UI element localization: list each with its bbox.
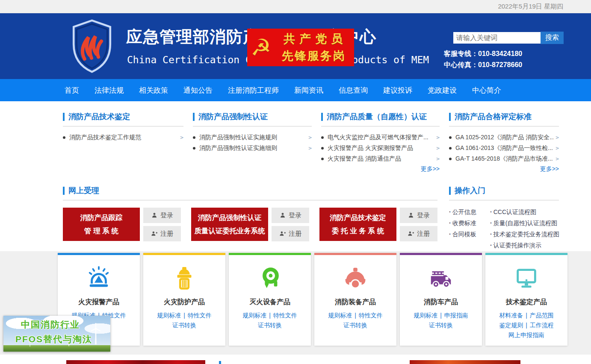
more-link[interactable]: 更多>> xyxy=(321,165,440,173)
register-button[interactable]: 注册 xyxy=(272,226,309,241)
product-card-links: 规则标准|特性文件证书转换 xyxy=(143,311,225,330)
list-item-text: 火灾报警产品 消防通信产品 xyxy=(328,155,434,163)
card-link[interactable]: 证书转换 xyxy=(172,322,196,329)
system-name-line2: 管 理 系 统 xyxy=(84,226,118,236)
system-banner[interactable]: 消防产品强制性认证质量认证委托业务系统 xyxy=(191,208,268,241)
quickstart-link[interactable]: 收费标准 xyxy=(449,217,490,229)
login-button[interactable]: 登录 xyxy=(272,208,309,223)
link-row: 鉴定规则|工作流程 xyxy=(485,320,567,330)
quickstart-link[interactable]: 公开信息 xyxy=(449,206,490,217)
more-link[interactable]: 更多>> xyxy=(449,165,559,173)
bullet-icon xyxy=(193,147,195,150)
online-section-title: 网上受理 xyxy=(68,185,99,196)
list-item-text: GA 1025-2012《消防产品 消防安全... xyxy=(455,134,554,141)
chevron-right-icon: > xyxy=(436,145,440,151)
chevron-right-icon: > xyxy=(556,156,559,162)
nav-item-4[interactable]: 通知公告 xyxy=(183,85,213,95)
bullet-icon xyxy=(193,136,195,139)
nav-item-1[interactable]: 首页 xyxy=(65,85,79,95)
product-card-links: 材料准备|产品范围鉴定规则|工作流程网上申报指南 xyxy=(485,311,567,340)
quickstart-link[interactable]: CCC认证流程图 xyxy=(490,206,559,217)
card-link[interactable]: 鉴定规则 xyxy=(499,322,523,329)
list-item[interactable]: 消防产品强制性认证实施细则> xyxy=(193,143,312,153)
register-button[interactable]: 注册 xyxy=(143,226,181,241)
quickstart-link[interactable]: 技术鉴定委托业务流程图 xyxy=(490,229,559,240)
nav-item-7[interactable]: 信息查询 xyxy=(339,85,368,95)
card-link[interactable]: 网上申报指南 xyxy=(508,332,544,338)
popup-line1: 中国消防行业 xyxy=(3,319,110,331)
list-item[interactable]: GA-T 1465-2018《消防产品市场准...> xyxy=(449,153,559,164)
bullet-icon xyxy=(63,136,65,139)
card-link[interactable]: 规则标准 xyxy=(242,312,266,319)
system-buttons: 登录注册 xyxy=(143,208,181,241)
nav-item-2[interactable]: 法律法规 xyxy=(95,85,124,95)
list-item[interactable]: 消防产品强制性认证实施规则> xyxy=(193,132,312,143)
quickstart-col-2: CCC认证流程图质量(自愿性)认证流程图技术鉴定委托业务流程图认证委托操作演示 xyxy=(490,206,559,251)
helmet-icon xyxy=(314,265,396,294)
link-row: 证书转换 xyxy=(400,320,482,330)
login-button-label: 登录 xyxy=(417,211,430,220)
section-divider xyxy=(193,126,312,126)
link-row: 网上申报指南 xyxy=(485,330,567,340)
system-name-line1: 消防产品跟踪 xyxy=(80,213,123,223)
list-item[interactable]: 火灾报警产品 火灾探测报警产品> xyxy=(321,143,440,153)
chevron-right-icon: > xyxy=(180,134,183,141)
list-item-text: GA-T 1465-2018《消防产品市场准... xyxy=(455,155,554,163)
search-input[interactable] xyxy=(453,32,541,44)
info-columns: 消防产品技术鉴定消防产品技术鉴定工作规范>消防产品强制性认证消防产品强制性认证实… xyxy=(63,112,559,173)
site-logo[interactable] xyxy=(70,18,114,75)
nav-item-10[interactable]: 中心简介 xyxy=(472,85,501,95)
bullet-icon xyxy=(321,136,324,139)
login-button[interactable]: 登录 xyxy=(143,208,181,223)
nav-item-8[interactable]: 建议投诉 xyxy=(383,85,412,95)
card-link[interactable]: 规则标准 xyxy=(414,312,437,319)
list-item[interactable]: GA 1025-2012《消防产品 消防安全...> xyxy=(449,132,559,143)
card-link[interactable]: 证书转换 xyxy=(429,322,453,329)
link-separator: | xyxy=(526,322,527,329)
nav-item-3[interactable]: 相关政策 xyxy=(139,85,168,95)
card-link[interactable]: 特性文件 xyxy=(188,312,212,319)
chevron-right-icon: > xyxy=(436,134,440,141)
section-header: 消防产品质量（自愿性）认证 xyxy=(321,112,440,121)
card-link[interactable]: 特性文件 xyxy=(359,312,383,319)
section-list: 电气火灾监控产品及可燃气体报警产...>火灾报警产品 火灾探测报警产品>火灾报警… xyxy=(321,132,440,164)
list-item[interactable]: GA 1061-2013《消防产品一致性检...> xyxy=(449,143,559,153)
online-section-header: 网上受理 xyxy=(63,186,437,195)
list-item[interactable]: 电气火灾监控产品及可燃气体报警产...> xyxy=(321,132,440,143)
card-link[interactable]: 证书转换 xyxy=(258,322,282,329)
list-item[interactable]: 消防产品技术鉴定工作规范> xyxy=(63,132,183,143)
chevron-right-icon: > xyxy=(308,134,312,141)
quickstart-link[interactable]: 质量(自愿性)认证流程图 xyxy=(490,217,559,229)
quickstart-link[interactable]: 合同模板 xyxy=(449,229,490,240)
site-header: 应急管理部消防产品合格评定中心 China Certification Cent… xyxy=(0,13,591,79)
system-banner[interactable]: 消防产品跟踪管 理 系 统 xyxy=(63,208,140,241)
monitor-icon xyxy=(485,265,567,294)
list-item[interactable]: 火灾报警产品 消防通信产品> xyxy=(321,153,440,164)
register-button[interactable]: 注册 xyxy=(400,226,437,241)
online-system: 消防产品强制性认证质量认证委托业务系统登录注册 xyxy=(191,208,309,241)
system-banner[interactable]: 消防产品技术鉴定委 托 业 务 系 统 xyxy=(319,208,396,241)
card-link[interactable]: 材料准备 xyxy=(499,312,523,319)
card-link[interactable]: 申报指南 xyxy=(444,312,468,319)
system-name-line1: 消防产品强制性认证 xyxy=(198,213,262,223)
search-button[interactable]: 搜索 xyxy=(541,32,564,44)
card-link[interactable]: 特性文件 xyxy=(273,312,297,319)
list-item-text: GA 1061-2013《消防产品一致性检... xyxy=(455,144,554,152)
nav-item-9[interactable]: 党政建设 xyxy=(428,85,457,95)
system-buttons: 登录注册 xyxy=(400,208,437,241)
link-row: 规则标准|申报指南 xyxy=(400,311,482,320)
party-badge: ☭ 共产党员 先锋服务岗 xyxy=(247,29,354,66)
card-link[interactable]: 规则标准 xyxy=(157,312,181,319)
login-button[interactable]: 登录 xyxy=(400,208,437,223)
link-row: 证书转换 xyxy=(229,320,311,330)
card-link[interactable]: 工作流程 xyxy=(530,322,554,329)
list-item-text: 消防产品强制性认证实施细则 xyxy=(199,144,307,152)
card-link[interactable]: 规则标准 xyxy=(328,312,352,319)
quickstart-link[interactable]: 认证委托操作演示 xyxy=(490,240,559,251)
nav-item-5[interactable]: 注册消防工程师 xyxy=(228,85,279,95)
pfos-popup-ad[interactable]: 中国消防行业 PFOS替代与淘汰 xyxy=(3,316,110,352)
card-link[interactable]: 证书转换 xyxy=(343,322,367,329)
card-link[interactable]: 产品范围 xyxy=(530,312,554,319)
nav-item-6[interactable]: 新闻资讯 xyxy=(294,85,323,95)
section-title: 消防产品技术鉴定 xyxy=(68,112,130,122)
